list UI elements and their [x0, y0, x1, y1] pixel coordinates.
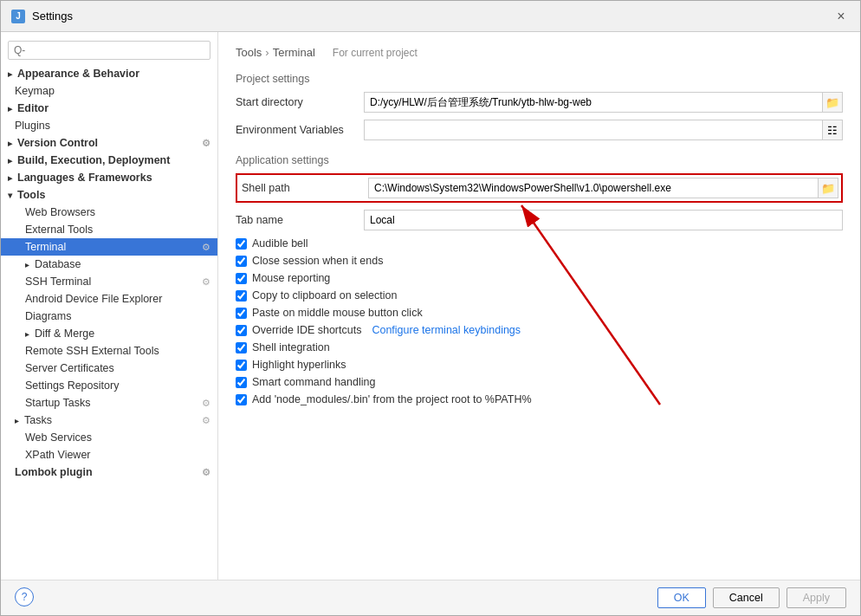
expand-icon: ▸	[8, 69, 12, 79]
for-project-label: For current project	[333, 47, 418, 59]
shell-integration-label: Shell integration	[252, 341, 330, 353]
sidebar-item-lombok[interactable]: Lombok plugin ⚙	[1, 464, 217, 481]
sidebar-item-android-device[interactable]: Android Device File Explorer	[1, 290, 217, 308]
mouse-reporting-checkbox[interactable]	[236, 273, 247, 284]
settings-icon: ⚙	[202, 138, 210, 149]
audible-bell-checkbox[interactable]	[236, 238, 247, 250]
right-panel: Tools › Terminal For current project Pro…	[218, 32, 860, 580]
grid-icon: ☷	[827, 124, 838, 137]
sidebar-item-label: Appearance & Behavior	[17, 68, 139, 80]
sidebar-item-tasks[interactable]: ▸ Tasks ⚙	[1, 412, 217, 429]
settings-dialog: J Settings × ▸ Appearance & Behavior Key…	[0, 0, 861, 616]
sidebar-item-label: External Tools	[25, 224, 93, 236]
sidebar-item-label: Version Control	[17, 137, 98, 149]
sidebar-item-label: Tools	[17, 189, 45, 201]
sidebar-item-settings-repo[interactable]: Settings Repository	[1, 377, 217, 394]
sidebar-item-label: Tasks	[24, 414, 52, 426]
override-ide-label: Override IDE shortcuts	[252, 324, 361, 336]
cancel-button[interactable]: Cancel	[713, 587, 780, 608]
tab-name-label: Tab name	[236, 214, 357, 226]
sidebar-item-editor[interactable]: ▸ Editor	[1, 100, 217, 117]
expand-icon: ▸	[8, 173, 12, 183]
override-ide-checkbox[interactable]	[236, 325, 247, 336]
tab-name-input[interactable]	[364, 210, 843, 230]
sidebar-item-label: Keymap	[15, 85, 55, 97]
breadcrumb: Tools › Terminal For current project	[236, 46, 843, 59]
help-button[interactable]: ?	[15, 587, 34, 606]
sidebar-item-tools[interactable]: ▾ Tools	[1, 186, 217, 204]
folder-icon: 📁	[825, 96, 839, 109]
checkbox-row-highlight-hyperlinks: Highlight hyperlinks	[236, 359, 843, 371]
sidebar-item-terminal[interactable]: Terminal ⚙	[1, 238, 217, 256]
sidebar-item-label: Build, Execution, Deployment	[17, 154, 170, 166]
sidebar-item-label: Android Device File Explorer	[25, 293, 162, 305]
env-variables-edit-button[interactable]: ☷	[822, 120, 843, 140]
checkbox-row-smart-command: Smart command handling	[236, 376, 843, 388]
sidebar-item-diagrams[interactable]: Diagrams	[1, 308, 217, 325]
sidebar-item-label: Diagrams	[25, 310, 72, 322]
add-node-modules-label: Add 'node_modules/.bin' from the project…	[252, 393, 532, 405]
configure-keybindings-link[interactable]: Configure terminal keybindings	[372, 324, 521, 336]
sidebar-item-xpath-viewer[interactable]: XPath Viewer	[1, 446, 217, 464]
sidebar-item-label: Diff & Merge	[35, 327, 94, 340]
sidebar-item-label: Database	[35, 258, 81, 270]
sidebar-item-label: Settings Repository	[25, 379, 119, 392]
breadcrumb-current: Terminal	[273, 46, 315, 59]
dialog-title: Settings	[32, 10, 73, 23]
close-button[interactable]: ×	[832, 8, 850, 25]
highlight-hyperlinks-label: Highlight hyperlinks	[252, 359, 346, 371]
start-directory-row: Start directory 📁	[236, 92, 843, 113]
audible-bell-label: Audible bell	[252, 237, 308, 250]
help-area: ?	[15, 587, 34, 608]
sidebar-item-database[interactable]: ▸ Database	[1, 256, 217, 273]
checkbox-row-copy-clipboard: Copy to clipboard on selection	[236, 289, 843, 302]
sidebar-item-server-certs[interactable]: Server Certificates	[1, 360, 217, 377]
highlight-hyperlinks-checkbox[interactable]	[236, 360, 247, 371]
settings-icon: ⚙	[202, 415, 210, 426]
paste-middle-checkbox[interactable]	[236, 308, 247, 319]
shell-path-input[interactable]	[368, 178, 818, 198]
smart-command-checkbox[interactable]	[236, 377, 247, 388]
sidebar-item-startup-tasks[interactable]: Startup Tasks ⚙	[1, 394, 217, 412]
sidebar: ▸ Appearance & Behavior Keymap ▸ Editor …	[1, 32, 218, 580]
shell-integration-checkbox[interactable]	[236, 342, 247, 353]
search-input[interactable]	[8, 41, 210, 60]
start-directory-input[interactable]	[364, 92, 822, 113]
close-session-checkbox[interactable]	[236, 256, 247, 267]
folder-icon: 📁	[821, 182, 835, 195]
start-directory-label: Start directory	[236, 96, 357, 108]
app-settings-title: Application settings	[236, 154, 843, 166]
sidebar-item-diff-merge[interactable]: ▸ Diff & Merge	[1, 325, 217, 342]
project-settings-title: Project settings	[236, 73, 843, 85]
sidebar-item-label: SSH Terminal	[25, 276, 91, 288]
copy-clipboard-checkbox[interactable]	[236, 290, 247, 302]
sidebar-item-web-services[interactable]: Web Services	[1, 429, 217, 446]
sidebar-item-external-tools[interactable]: External Tools	[1, 221, 217, 238]
sidebar-item-keymap[interactable]: Keymap	[1, 82, 217, 100]
search-box	[1, 36, 217, 65]
main-content: ▸ Appearance & Behavior Keymap ▸ Editor …	[1, 32, 860, 580]
sidebar-item-plugins[interactable]: Plugins	[1, 117, 217, 134]
ok-button[interactable]: OK	[657, 587, 706, 608]
env-variables-row: Environment Variables ☷	[236, 120, 843, 140]
sidebar-item-ssh-terminal[interactable]: SSH Terminal ⚙	[1, 273, 217, 290]
sidebar-item-languages[interactable]: ▸ Languages & Frameworks	[1, 169, 217, 186]
add-node-modules-checkbox[interactable]	[236, 394, 247, 405]
paste-middle-label: Paste on middle mouse button click	[252, 307, 423, 319]
apply-button[interactable]: Apply	[787, 587, 846, 608]
sidebar-item-label: XPath Viewer	[25, 449, 91, 461]
sidebar-item-version-control[interactable]: ▸ Version Control ⚙	[1, 134, 217, 152]
sidebar-item-remote-ssh[interactable]: Remote SSH External Tools	[1, 342, 217, 360]
sidebar-item-web-browsers[interactable]: Web Browsers	[1, 204, 217, 221]
shell-path-browse-button[interactable]: 📁	[818, 178, 838, 198]
sidebar-item-label: Web Services	[25, 431, 92, 444]
sidebar-item-label: Editor	[17, 102, 49, 114]
sidebar-item-build[interactable]: ▸ Build, Execution, Deployment	[1, 152, 217, 169]
sidebar-item-label: Web Browsers	[25, 206, 95, 218]
right-panel-container: Tools › Terminal For current project Pro…	[218, 32, 860, 580]
expand-icon: ▸	[8, 156, 12, 165]
sidebar-item-appearance[interactable]: ▸ Appearance & Behavior	[1, 65, 217, 82]
checkbox-row-override-ide: Override IDE shortcuts Configure termina…	[236, 324, 843, 336]
env-variables-input[interactable]	[364, 120, 822, 140]
start-directory-browse-button[interactable]: 📁	[822, 92, 843, 113]
